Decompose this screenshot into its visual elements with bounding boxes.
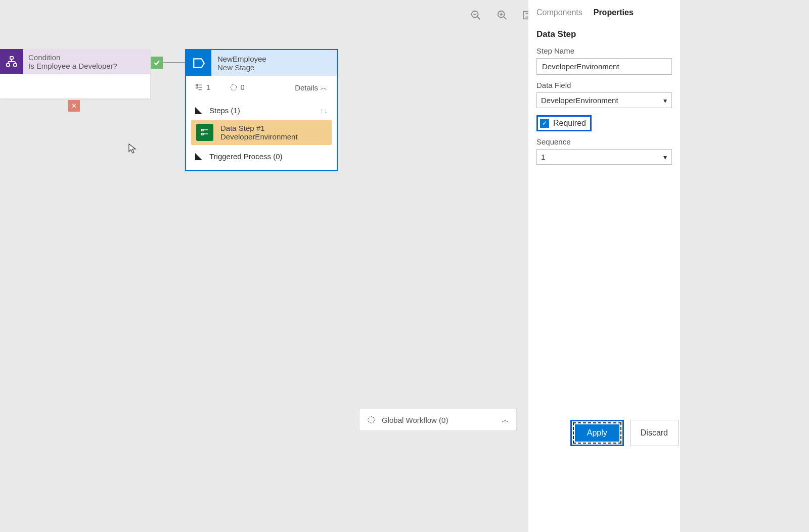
global-workflow-bar[interactable]: Global Workflow (0) ︿ (359, 409, 517, 431)
condition-body (0, 74, 150, 99)
stage-stats-row: 1 0 Details ︿ (186, 76, 337, 99)
canvas-toolbar (470, 9, 534, 21)
cursor-icon (128, 143, 138, 157)
connector-line (163, 62, 185, 63)
section-title: Data Step (536, 29, 672, 39)
properties-panel: Components Properties Data Step Step Nam… (528, 0, 680, 532)
condition-node[interactable]: Condition Is Employee a Developer? (0, 49, 150, 99)
stage-header: NewEmployee New Stage (186, 50, 337, 76)
svg-line-4 (504, 17, 507, 20)
svg-rect-24 (201, 129, 203, 131)
stage-node[interactable]: NewEmployee New Stage 1 0 Details ︿ Step… (185, 49, 338, 171)
condition-header: Condition Is Employee a Developer? (0, 49, 150, 74)
svg-rect-25 (201, 133, 203, 135)
svg-point-23 (231, 84, 236, 90)
svg-rect-18 (196, 84, 198, 85)
stage-workflow-count: 0 (230, 83, 245, 91)
chevron-up-icon[interactable]: ︿ (502, 415, 509, 425)
condition-true-connector[interactable] (151, 57, 163, 69)
condition-type-label: Condition (28, 53, 145, 62)
sequence-select[interactable]: 1 (536, 149, 672, 165)
stage-steps-section: Steps (1) ↑↓ Data Step #1 DeveloperEnvir… (186, 99, 337, 170)
zoom-out-icon[interactable] (470, 9, 482, 21)
stage-details-toggle[interactable]: Details ︿ (295, 83, 328, 92)
svg-rect-19 (196, 87, 198, 88)
data-step-item[interactable]: Data Step #1 DeveloperEnvironment (191, 120, 332, 145)
steps-count-label: Steps (1) (209, 106, 240, 115)
data-step-title: Data Step #1 (220, 124, 298, 132)
tab-properties[interactable]: Properties (594, 6, 634, 19)
condition-labels: Condition Is Employee a Developer? (23, 49, 150, 74)
data-step-text: Data Step #1 DeveloperEnvironment (220, 124, 298, 141)
step-name-label: Step Name (536, 46, 672, 55)
triangle-icon (195, 153, 202, 160)
discard-button[interactable]: Discard (630, 420, 679, 446)
reorder-arrows-icon[interactable]: ↑↓ (320, 106, 328, 115)
apply-button-highlight: Apply (570, 420, 624, 446)
svg-rect-10 (10, 57, 13, 59)
data-field-select[interactable]: DeveloperEnvironment (536, 92, 672, 108)
svg-marker-17 (194, 59, 204, 67)
sequence-label: Sequence (536, 137, 672, 146)
triggered-process-row[interactable]: Triggered Process (0) (191, 147, 332, 166)
step-name-input[interactable] (536, 58, 672, 75)
chevron-up-icon: ︿ (320, 83, 328, 92)
apply-button[interactable]: Apply (575, 424, 619, 442)
required-label: Required (553, 119, 586, 128)
condition-name-label: Is Employee a Developer? (28, 62, 145, 70)
triggered-process-label: Triggered Process (0) (209, 152, 283, 161)
stage-steps-count: 1 (195, 83, 210, 91)
stage-labels: NewEmployee New Stage (211, 50, 337, 76)
svg-point-28 (368, 417, 375, 423)
stage-icon (186, 50, 211, 76)
global-workflow-label: Global Workflow (0) (382, 416, 448, 424)
svg-rect-12 (14, 64, 17, 66)
panel-footer: Apply Discard (570, 420, 679, 446)
data-field-label: Data Field (536, 81, 672, 89)
required-checkbox-row[interactable]: ✓ Required (536, 115, 592, 131)
panel-tabs: Components Properties (536, 6, 672, 19)
stage-name-label: New Stage (217, 63, 331, 72)
stage-entity-label: NewEmployee (217, 55, 331, 63)
data-step-field: DeveloperEnvironment (220, 132, 298, 141)
svg-rect-11 (7, 64, 10, 66)
data-step-icon (196, 124, 213, 141)
canvas-area[interactable]: Condition Is Employee a Developer? ✕ New… (0, 0, 528, 532)
steps-header-row[interactable]: Steps (1) ↑↓ (191, 103, 332, 118)
tab-components[interactable]: Components (536, 6, 582, 19)
condition-false-connector[interactable]: ✕ (68, 100, 80, 112)
condition-icon (0, 49, 23, 74)
triangle-icon (195, 107, 202, 114)
zoom-in-icon[interactable] (496, 9, 508, 21)
svg-line-1 (477, 17, 480, 20)
workflow-icon (367, 415, 376, 424)
checkbox-checked-icon[interactable]: ✓ (540, 119, 549, 128)
